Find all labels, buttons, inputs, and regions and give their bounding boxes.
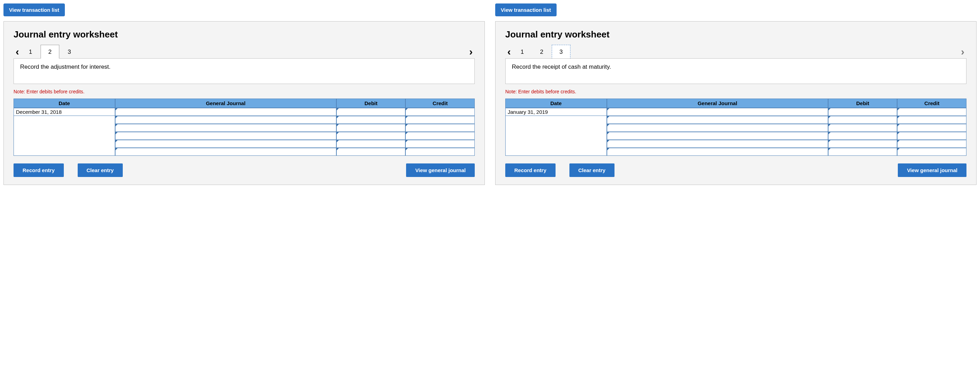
cell-credit[interactable]: [406, 148, 475, 156]
cell-debit[interactable]: [828, 124, 897, 132]
cell-debit[interactable]: [336, 108, 406, 116]
cell-general-journal[interactable]: [115, 132, 336, 140]
col-header-date: Date: [14, 99, 115, 108]
cell-general-journal[interactable]: [607, 140, 828, 148]
cell-general-journal[interactable]: [115, 148, 336, 156]
col-header-general-journal: General Journal: [607, 99, 828, 108]
cell-credit[interactable]: [897, 140, 966, 148]
cell-debit[interactable]: [828, 140, 897, 148]
col-header-credit: Credit: [406, 99, 475, 108]
tab-3[interactable]: 3: [60, 45, 79, 59]
button-row: Record entry Clear entry View general jo…: [14, 163, 475, 177]
cell-debit[interactable]: [336, 116, 406, 124]
cell-general-journal[interactable]: [607, 124, 828, 132]
cell-credit[interactable]: [897, 132, 966, 140]
cell-credit[interactable]: [406, 124, 475, 132]
cell-date[interactable]: [505, 148, 607, 156]
col-header-date: Date: [505, 99, 607, 108]
button-row: Record entry Clear entry View general jo…: [505, 163, 966, 177]
prompt-box: Record the receipt of cash at maturity.: [505, 58, 966, 84]
view-general-journal-button[interactable]: View general journal: [898, 163, 966, 177]
cell-general-journal[interactable]: [607, 116, 828, 124]
tabs-row: ‹ 1 2 3 ›: [14, 45, 475, 59]
tab-1[interactable]: 1: [513, 45, 531, 59]
cell-credit[interactable]: [897, 108, 966, 116]
table-row: [505, 140, 966, 148]
cell-date[interactable]: January 31, 2019: [505, 108, 607, 116]
table-row: [14, 132, 475, 140]
worksheet-title: Journal entry worksheet: [505, 29, 966, 40]
cell-credit[interactable]: [406, 140, 475, 148]
view-transaction-list-button[interactable]: View transaction list: [495, 3, 557, 16]
table-row: [14, 116, 475, 124]
table-row: [14, 148, 475, 156]
table-row: [14, 140, 475, 148]
tab-1[interactable]: 1: [21, 45, 40, 59]
cell-date[interactable]: [505, 140, 607, 148]
chevron-left-icon[interactable]: ‹: [505, 46, 513, 57]
worksheet-container: Journal entry worksheet ‹ 1 2 3 › Record…: [3, 21, 485, 185]
cell-general-journal[interactable]: [115, 124, 336, 132]
tab-2[interactable]: 2: [532, 45, 551, 59]
view-transaction-list-button[interactable]: View transaction list: [3, 3, 65, 16]
cell-debit[interactable]: [828, 148, 897, 156]
cell-date[interactable]: [14, 148, 115, 156]
cell-debit[interactable]: [828, 108, 897, 116]
clear-entry-button[interactable]: Clear entry: [570, 163, 614, 177]
cell-date[interactable]: [14, 124, 115, 132]
cell-credit[interactable]: [406, 132, 475, 140]
table-row: [505, 148, 966, 156]
cell-debit[interactable]: [336, 148, 406, 156]
cell-credit[interactable]: [897, 124, 966, 132]
tabs-row: ‹ 1 2 3 ›: [505, 45, 966, 59]
chevron-right-icon[interactable]: ›: [467, 46, 475, 57]
cell-debit[interactable]: [828, 116, 897, 124]
cell-date[interactable]: [505, 116, 607, 124]
cell-general-journal[interactable]: [607, 108, 828, 116]
record-entry-button[interactable]: Record entry: [505, 163, 555, 177]
cell-date[interactable]: [505, 124, 607, 132]
clear-entry-button[interactable]: Clear entry: [78, 163, 123, 177]
col-header-general-journal: General Journal: [115, 99, 336, 108]
journal-table: Date General Journal Debit Credit Decemb…: [14, 99, 475, 156]
table-row: December 31, 2018: [14, 108, 475, 116]
cell-general-journal[interactable]: [115, 116, 336, 124]
cell-date[interactable]: December 31, 2018: [14, 108, 115, 116]
cell-debit[interactable]: [336, 132, 406, 140]
journal-panel: View transaction list Journal entry work…: [3, 3, 485, 185]
tab-2[interactable]: 2: [41, 45, 59, 59]
record-entry-button[interactable]: Record entry: [14, 163, 64, 177]
worksheet-container: Journal entry worksheet ‹ 1 2 3 › Record…: [495, 21, 977, 185]
cell-general-journal[interactable]: [115, 108, 336, 116]
prompt-box: Record the adjustment for interest.: [14, 58, 475, 84]
cell-date[interactable]: [505, 132, 607, 140]
cell-credit[interactable]: [897, 116, 966, 124]
col-header-debit: Debit: [336, 99, 406, 108]
journal-table: Date General Journal Debit Credit Januar…: [505, 99, 966, 156]
table-row: [505, 132, 966, 140]
col-header-debit: Debit: [828, 99, 897, 108]
cell-general-journal[interactable]: [607, 148, 828, 156]
table-row: [505, 116, 966, 124]
cell-debit[interactable]: [828, 132, 897, 140]
cell-date[interactable]: [14, 116, 115, 124]
cell-date[interactable]: [14, 140, 115, 148]
table-header-row: Date General Journal Debit Credit: [505, 99, 966, 108]
cell-credit[interactable]: [897, 148, 966, 156]
chevron-left-icon[interactable]: ‹: [14, 46, 21, 57]
table-header-row: Date General Journal Debit Credit: [14, 99, 475, 108]
cell-debit[interactable]: [336, 140, 406, 148]
view-general-journal-button[interactable]: View general journal: [406, 163, 475, 177]
tab-3[interactable]: 3: [552, 45, 570, 59]
cell-general-journal[interactable]: [115, 140, 336, 148]
cell-general-journal[interactable]: [607, 132, 828, 140]
chevron-right-icon[interactable]: ›: [959, 46, 966, 57]
table-row: January 31, 2019: [505, 108, 966, 116]
cell-credit[interactable]: [406, 116, 475, 124]
journal-panel: View transaction list Journal entry work…: [495, 3, 977, 185]
cell-credit[interactable]: [406, 108, 475, 116]
table-row: [14, 124, 475, 132]
cell-debit[interactable]: [336, 124, 406, 132]
col-header-credit: Credit: [897, 99, 966, 108]
cell-date[interactable]: [14, 132, 115, 140]
